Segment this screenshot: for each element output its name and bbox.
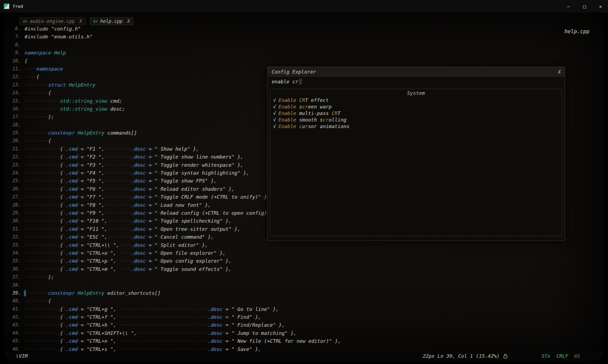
code-token: { xyxy=(60,218,63,224)
code-token: , xyxy=(113,338,116,344)
code-token: , xyxy=(113,346,116,352)
code-token: render xyxy=(181,162,199,168)
code-token: ········ xyxy=(25,82,48,88)
code-text: ············{·.cmd·=·"F6·",·········.des… xyxy=(25,185,235,193)
code-token: mode xyxy=(196,194,208,200)
code-token: }, xyxy=(193,146,199,152)
code-token: · xyxy=(63,314,66,320)
line-number: 37. xyxy=(4,273,25,281)
code-line[interactable]: 40.········{ xyxy=(4,297,604,305)
checkbox-checked-icon: √ xyxy=(273,110,276,116)
code-line[interactable]: 35.············{·.cmd·=·"CTRL+p·",·····.… xyxy=(4,257,604,265)
code-line[interactable]: 8. xyxy=(4,41,604,49)
code-token: { xyxy=(60,266,63,272)
option-text: s xyxy=(296,104,302,110)
code-token: explorer" xyxy=(196,258,223,264)
tab-close-icon[interactable]: X xyxy=(79,19,82,24)
code-token: " xyxy=(155,210,158,216)
tab-help-cpp[interactable]: C+ help.cpp X xyxy=(90,17,134,25)
code-token: · xyxy=(229,306,232,312)
code-token: Toggle xyxy=(161,218,178,224)
code-token: · xyxy=(63,258,66,264)
code-text: ········{ xyxy=(25,89,51,97)
option-text: een warp xyxy=(308,104,332,110)
config-search-input[interactable]: enable cr xyxy=(268,77,565,86)
code-token: }, xyxy=(220,250,226,256)
code-token: · xyxy=(84,146,87,152)
code-token: Open xyxy=(161,250,172,256)
code-token: · xyxy=(84,258,87,264)
code-line[interactable]: 43.············{·.cmd·=·"CTRL+h·",······… xyxy=(4,321,604,329)
config-option[interactable]: √Enable CRT effect xyxy=(273,97,562,104)
code-token: Toggle xyxy=(161,154,178,160)
code-token: .cmd xyxy=(66,306,78,312)
code-line[interactable]: 41.············{·.cmd·=·"CTRL+g·",······… xyxy=(4,305,604,313)
code-token: · xyxy=(261,338,264,344)
code-token: " xyxy=(155,218,158,224)
code-token: · xyxy=(95,170,98,176)
tab-label: audio-engine.cpp xyxy=(30,19,75,24)
code-token: · xyxy=(158,170,161,176)
config-option[interactable]: √Enable multi-pass CRT xyxy=(273,110,562,117)
config-option[interactable]: √Enable smooth scrolling xyxy=(273,117,562,123)
code-line[interactable]: 45.············{·.cmd·=·"CTRL+n·",······… xyxy=(4,337,604,345)
minimize-button[interactable]: – xyxy=(567,4,570,9)
config-option[interactable]: √Enable cursor animations xyxy=(273,123,562,130)
line-number: 21. xyxy=(4,145,25,153)
code-text: ········constexpr·HelpEntry·commands[] xyxy=(25,129,137,137)
code-line[interactable]: 6.#include·"config.h" xyxy=(4,25,604,33)
maximize-button[interactable]: □ xyxy=(583,4,586,9)
code-line[interactable]: 39.········constexpr·HelpEntry·editor_sh… xyxy=(4,289,604,297)
code-token: · xyxy=(66,82,69,88)
line-number: 36. xyxy=(4,265,25,273)
code-line[interactable]: 44.············{·.cmd·=·"CTRL+SHIFT+\\·"… xyxy=(4,329,604,337)
code-token: · xyxy=(152,218,155,224)
code-token: · xyxy=(158,178,161,184)
code-token: Find/Replace" xyxy=(237,322,276,328)
code-token: ············ xyxy=(25,346,60,352)
popup-close-icon[interactable]: X xyxy=(558,69,561,75)
checkbox-checked-icon: √ xyxy=(273,97,276,103)
code-text: ············{·.cmd·=·"CTRL+n·",·········… xyxy=(25,337,341,345)
code-line[interactable]: 7.#include·"enum-utils.h" xyxy=(4,33,604,41)
code-token: · xyxy=(63,306,66,312)
code-token: · xyxy=(276,322,279,328)
code-line[interactable]: 9.namespace·Help xyxy=(4,49,604,57)
code-token: .cmd xyxy=(66,322,78,328)
code-token: .desc xyxy=(131,234,146,240)
code-token: " xyxy=(98,170,101,176)
status-bar: \VIM 22px Ln 39, Col 1 (15.42%) STxCRLFW… xyxy=(4,351,604,360)
option-text: CR xyxy=(332,110,338,116)
checkbox-checked-icon: √ xyxy=(273,104,276,110)
code-token: Open xyxy=(161,226,172,232)
code-token: .desc xyxy=(131,146,146,152)
code-line[interactable]: 33.············{·.cmd·=·"CTRL+\\·",····.… xyxy=(4,241,604,249)
code-token: · xyxy=(229,330,232,336)
tab-audio-engine-cpp[interactable]: C+ audio-engine.cpp X xyxy=(20,17,86,25)
code-token: ············ xyxy=(25,186,60,192)
code-token: .cmd xyxy=(66,202,78,208)
code-token: " xyxy=(110,322,113,328)
close-button[interactable]: ✕ xyxy=(599,4,602,9)
config-option[interactable]: √Enable screen warp xyxy=(273,104,562,110)
code-token: .desc xyxy=(131,218,146,224)
code-line[interactable]: 34.············{·.cmd·=·"CTRL+o·",·····.… xyxy=(4,249,604,257)
code-line[interactable]: 37.········}; xyxy=(4,273,604,281)
code-token: "enum-utils.h" xyxy=(51,34,93,40)
code-token: · xyxy=(223,322,226,328)
code-token: }, xyxy=(243,170,249,176)
code-token: " xyxy=(110,258,113,264)
code-line[interactable]: 38. xyxy=(4,281,604,289)
code-line[interactable]: 42.············{·.cmd·=·"CTRL+f·",······… xyxy=(4,313,604,321)
code-token: · xyxy=(158,146,161,152)
code-token: · xyxy=(78,146,81,152)
code-token: }; xyxy=(48,274,54,280)
code-token: }, xyxy=(335,338,341,344)
code-token: · xyxy=(128,330,131,336)
code-token: { xyxy=(60,178,63,184)
code-token: · xyxy=(146,162,149,168)
code-line[interactable]: 10.{ xyxy=(4,57,604,65)
code-line[interactable]: 36.············{·.cmd·=·"CTRL+m·",·····.… xyxy=(4,265,604,273)
code-token: · xyxy=(98,234,101,240)
tab-close-icon[interactable]: X xyxy=(127,19,130,24)
